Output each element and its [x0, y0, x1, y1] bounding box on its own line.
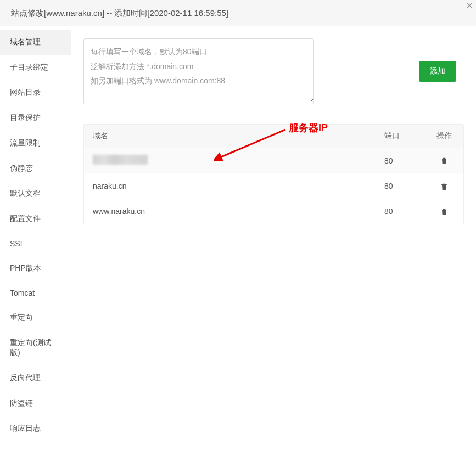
sidebar-item-defaultdoc[interactable]: 默认文档: [0, 181, 71, 206]
sidebar-item-responselog[interactable]: 响应日志: [0, 416, 71, 441]
sidebar-item-config[interactable]: 配置文件: [0, 206, 71, 232]
add-button[interactable]: 添加: [419, 61, 456, 82]
table-row: www.naraku.cn 80: [84, 199, 463, 224]
sidebar-item-redirect[interactable]: 重定向: [0, 305, 71, 330]
modal-header: 站点修改[www.naraku.cn] -- 添加时间[2020-02-11 1…: [0, 0, 476, 26]
col-domain: 域名: [84, 125, 376, 148]
col-port: 端口: [376, 125, 425, 148]
table-row: 80: [84, 148, 463, 173]
cell-domain: [84, 148, 376, 173]
sidebar-item-domain[interactable]: 域名管理: [0, 30, 71, 55]
sidebar-item-proxy[interactable]: 反向代理: [0, 365, 71, 391]
trash-icon[interactable]: [440, 156, 449, 165]
sidebar-item-dirprotect[interactable]: 目录保护: [0, 105, 71, 131]
sidebar-item-antileech[interactable]: 防盗链: [0, 391, 71, 416]
add-domain-row: 添加: [83, 38, 464, 104]
col-action: 操作: [425, 125, 463, 148]
trash-icon[interactable]: [440, 207, 449, 216]
sidebar-item-rewrite[interactable]: 伪静态: [0, 156, 71, 181]
cell-port: 80: [376, 173, 425, 199]
table-row: naraku.cn 80: [84, 173, 463, 199]
domain-input[interactable]: [83, 38, 314, 104]
modal-body: 域名管理 子目录绑定 网站目录 目录保护 流量限制 伪静态 默认文档 配置文件 …: [0, 26, 476, 467]
sidebar-item-sitedir[interactable]: 网站目录: [0, 80, 71, 105]
content-panel: 添加 服务器IP 域名 端口 操作: [71, 26, 476, 467]
sidebar-item-traffic[interactable]: 流量限制: [0, 131, 71, 156]
sidebar-item-tomcat[interactable]: Tomcat: [0, 281, 71, 305]
close-icon[interactable]: [460, 0, 476, 15]
modal-title: 站点修改[www.naraku.cn] -- 添加时间[2020-02-11 1…: [11, 8, 228, 18]
cell-domain: naraku.cn: [84, 173, 376, 199]
sidebar: 域名管理 子目录绑定 网站目录 目录保护 流量限制 伪静态 默认文档 配置文件 …: [0, 26, 71, 467]
cell-port: 80: [376, 199, 425, 224]
cell-port: 80: [376, 148, 425, 173]
table-header-row: 域名 端口 操作: [84, 125, 463, 148]
sidebar-item-subdir[interactable]: 子目录绑定: [0, 55, 71, 80]
trash-icon[interactable]: [440, 181, 449, 190]
sidebar-item-redirect-beta[interactable]: 重定向(测试版): [0, 330, 71, 365]
domain-table: 域名 端口 操作 80 naraku.cn 80: [83, 124, 464, 224]
sidebar-item-php[interactable]: PHP版本: [0, 256, 71, 281]
cell-domain: www.naraku.cn: [84, 199, 376, 224]
sidebar-item-ssl[interactable]: SSL: [0, 232, 71, 256]
